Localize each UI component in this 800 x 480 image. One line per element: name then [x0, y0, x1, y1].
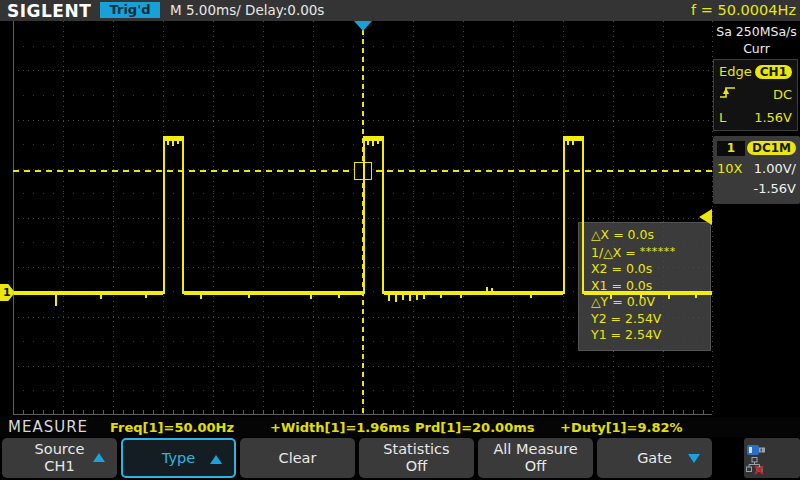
- trace-segment: [582, 139, 584, 294]
- trace-segment: [567, 141, 569, 145]
- measure-title: MEASURE: [8, 418, 88, 436]
- softkey-gate-button[interactable]: Gate: [597, 438, 712, 478]
- softkey-all-measure-button[interactable]: All Measure Off: [478, 438, 593, 478]
- frequency-counter: f = 50.0004Hz: [691, 2, 796, 19]
- softkey-sublabel: Off: [406, 458, 427, 475]
- cursor-delta-y: △Y = 0.0V: [591, 294, 710, 311]
- channel-info-panel: 1 DC1M 10X 1.00V/ -1.56V: [713, 136, 800, 204]
- trace-segment: [530, 295, 532, 298]
- trace-segment: [382, 139, 384, 294]
- trace-segment: [14, 291, 163, 295]
- down-arrow-icon: [688, 454, 700, 463]
- lan-disconnected-icon: [746, 457, 764, 479]
- measure-pos-width: +Width[1]=1.96ms: [270, 420, 410, 435]
- trace-segment: [416, 295, 418, 300]
- trace-segment: [363, 139, 365, 294]
- softkey-label: Gate: [637, 450, 672, 467]
- up-arrow-icon: [210, 455, 222, 464]
- rising-edge-icon: [719, 85, 736, 104]
- trigger-info-panel: Edge CH1 DC L 1.56V: [713, 59, 798, 131]
- trace-segment: [163, 139, 165, 294]
- cursor-x2: X2 = 0.0s: [591, 261, 710, 278]
- measure-pos-duty: +Duty[1]=9.82%: [560, 420, 683, 435]
- trace-segment: [367, 141, 369, 145]
- trace-segment: [395, 295, 397, 302]
- channel-scale-readout: 1.00V/: [754, 161, 796, 176]
- trace-segment: [610, 295, 612, 299]
- trace-segment: [491, 288, 493, 291]
- trace-segment: [695, 295, 697, 298]
- measure-frequency: Freq[1]=50.00Hz: [110, 420, 234, 435]
- cursor-inverse-value: ******: [640, 245, 676, 258]
- trigger-level-indicator[interactable]: [699, 209, 712, 225]
- trace-segment: [100, 295, 102, 299]
- softkey-label: Type: [162, 450, 195, 467]
- channel-coupling-badge: DC1M: [747, 141, 796, 155]
- softkey-label: Clear: [279, 450, 317, 467]
- softkey-label: Statistics: [383, 441, 449, 458]
- trigger-coupling-label: DC: [773, 87, 792, 102]
- trigger-position-indicator[interactable]: [354, 21, 372, 31]
- trace-segment: [338, 295, 340, 298]
- softkey-label: All Measure: [493, 441, 577, 458]
- trace-segment: [248, 295, 250, 298]
- cursor-delta-x: △X = 0.0s: [591, 227, 710, 244]
- sample-rate-readout: Sa 250MSa/s: [713, 24, 800, 39]
- up-arrow-icon: [93, 453, 105, 462]
- trace-segment: [423, 295, 425, 299]
- softkey-sublabel: Off: [525, 458, 546, 475]
- trace-segment: [668, 295, 670, 299]
- trace-segment: [640, 295, 642, 298]
- trace-segment: [572, 141, 574, 145]
- softkey-statistics-button[interactable]: Statistics Off: [359, 438, 474, 478]
- trace-segment: [486, 287, 488, 291]
- status-icons-panel: [744, 438, 800, 478]
- trigger-level-label: L: [719, 110, 726, 125]
- trace-segment: [145, 295, 147, 298]
- top-status-bar: SIGLENT Trig'd M 5.00ms/ Delay:0.00s f =…: [0, 0, 800, 22]
- measure-period: Prd[1]=20.00ms: [415, 420, 534, 435]
- trace-segment: [563, 139, 565, 294]
- trace-segment: [184, 291, 363, 295]
- softkey-source-button[interactable]: Source CH1: [2, 438, 117, 478]
- softkey-label: Source: [35, 441, 85, 458]
- trigger-type-label: Edge: [719, 64, 752, 79]
- trace-segment: [200, 295, 202, 299]
- trigger-source-badge: CH1: [755, 65, 792, 79]
- softkey-menu-bar: Source CH1 Type Clear Statistics Off All…: [0, 437, 800, 480]
- cursor-y2: Y2 = 2.54V: [591, 311, 710, 328]
- softkey-sublabel: CH1: [44, 458, 74, 475]
- oscilloscope-screen: SIGLENT Trig'd M 5.00ms/ Delay:0.00s f =…: [0, 0, 800, 480]
- trace-segment: [388, 295, 390, 301]
- cursor-inverse-delta-x: 1/△X = ******: [591, 244, 710, 262]
- trace-segment: [402, 295, 404, 300]
- channel-number-chip: 1: [717, 141, 745, 156]
- trace-segment: [177, 141, 179, 144]
- trigger-status-badge: Trig'd: [100, 2, 160, 18]
- right-info-sidebar: Sa 250MSa/s Curr 17.5Mpts Edge CH1 DC L …: [713, 21, 800, 437]
- trace-segment: [440, 295, 442, 298]
- trace-segment: [167, 141, 169, 145]
- softkey-type-button[interactable]: Type: [121, 438, 236, 478]
- cursor-readout-panel: △X = 0.0s 1/△X = ****** X2 = 0.0s X1 = 0…: [578, 222, 711, 351]
- trigger-level-value: 1.56V: [754, 110, 792, 125]
- trace-segment: [409, 295, 411, 301]
- trace-segment: [584, 291, 712, 295]
- trace-segment: [377, 141, 379, 144]
- channel-offset-readout: -1.56V: [753, 181, 796, 196]
- waveform-display: △X = 0.0s 1/△X = ****** X2 = 0.0s X1 = 0…: [0, 21, 713, 417]
- cursor-y1: Y1 = 2.54V: [591, 327, 710, 344]
- measurement-bar: MEASURE Freq[1]=50.00Hz +Width[1]=1.96ms…: [0, 417, 800, 437]
- trace-segment: [310, 295, 312, 299]
- trace-segment: [460, 295, 462, 298]
- probe-attenuation-label: 10X: [717, 161, 742, 176]
- trace-segment: [172, 141, 174, 146]
- trace-segment: [182, 139, 184, 294]
- trace-segment: [55, 295, 57, 306]
- siglent-logo: SIGLENT: [7, 1, 91, 21]
- trace-segment: [372, 141, 374, 146]
- graticule-left-border: [13, 21, 14, 415]
- timebase-readout: M 5.00ms/ Delay:0.00s: [170, 2, 324, 19]
- softkey-clear-button[interactable]: Clear: [240, 438, 355, 478]
